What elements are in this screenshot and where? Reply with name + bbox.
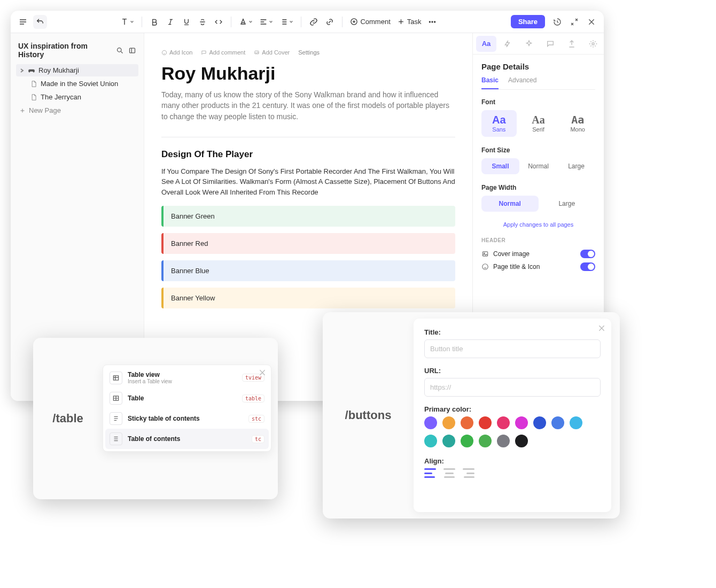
color-swatch[interactable] — [424, 435, 437, 447]
color-swatch[interactable] — [461, 435, 473, 447]
text-style-dropdown[interactable] — [118, 18, 136, 26]
subtab-basic[interactable]: Basic — [481, 76, 499, 89]
sidebar-item-label: The Jerrycan — [41, 93, 81, 101]
bold-button[interactable] — [147, 15, 161, 29]
size-large[interactable]: Large — [557, 158, 595, 174]
plus-icon — [19, 107, 26, 114]
workspace-title: UX inspiration from History — [18, 42, 112, 59]
align-left[interactable] — [424, 468, 436, 478]
task-button[interactable]: Task — [395, 17, 424, 27]
width-normal[interactable]: Normal — [481, 196, 539, 212]
sidebar-item-label: Roy Mukharji — [38, 66, 79, 74]
add-icon-action[interactable]: Add Icon — [161, 49, 192, 56]
button-form: Title: URL: Primary color: Align: — [414, 319, 611, 512]
svg-point-6 — [162, 50, 166, 55]
sidebar-item-soviet[interactable]: Made in the Soviet Union — [16, 78, 138, 90]
font-serif[interactable]: AaSerif — [521, 110, 556, 137]
sidebar-item-jerrycan[interactable]: The Jerrycan — [16, 91, 138, 103]
banner-yellow[interactable]: Banner Yellow — [161, 288, 455, 308]
panel-tab-settings[interactable] — [583, 36, 603, 52]
panel-tab-text[interactable]: Aa — [476, 36, 496, 52]
doc-h2[interactable]: Design Of The Player — [161, 149, 455, 160]
menu-icon[interactable] — [16, 15, 30, 29]
cover-toggle-row: Cover image — [481, 247, 595, 260]
color-swatch[interactable] — [442, 416, 455, 429]
color-swatch[interactable] — [551, 416, 564, 429]
link-button[interactable] — [307, 15, 321, 29]
title-input[interactable] — [424, 339, 601, 358]
code-button[interactable] — [212, 15, 225, 29]
close-icon[interactable] — [597, 324, 606, 332]
doc-actions: Add Icon Add comment Add Cover Settings — [161, 49, 455, 56]
share-button[interactable]: Share — [511, 15, 545, 28]
close-icon[interactable] — [258, 368, 267, 377]
collapse-icon[interactable] — [567, 15, 581, 29]
panel-tab-automation[interactable] — [497, 36, 518, 52]
text-color-dropdown[interactable] — [237, 18, 255, 26]
title-toggle[interactable] — [580, 262, 595, 271]
banner-red[interactable]: Banner Red — [161, 233, 455, 254]
image-icon — [481, 250, 489, 258]
cover-toggle[interactable] — [580, 250, 595, 258]
align-center[interactable] — [443, 468, 455, 478]
more-button[interactable] — [425, 15, 439, 29]
sidebar-item-roy[interactable]: Roy Mukharji — [16, 64, 138, 76]
menu-item-table-view[interactable]: Table viewInsert a Table view tview — [105, 367, 269, 388]
add-comment-action[interactable]: Add comment — [201, 49, 245, 56]
undo-button[interactable] — [33, 15, 47, 29]
title-toggle-row: Page title & Icon — [481, 260, 595, 273]
doc-lead[interactable]: Today, many of us know the story of the … — [161, 89, 450, 122]
color-swatch[interactable] — [479, 435, 492, 447]
color-swatch[interactable] — [461, 416, 473, 429]
panel-toggle-icon[interactable] — [128, 47, 136, 55]
color-swatch[interactable] — [515, 435, 528, 447]
new-page-label: New Page — [29, 106, 61, 114]
history-icon[interactable] — [550, 15, 564, 29]
gamepad-icon — [28, 67, 35, 74]
comment-button[interactable]: Comment — [348, 17, 392, 27]
panel-tab-export[interactable] — [562, 36, 582, 52]
strike-button[interactable] — [196, 15, 209, 29]
color-swatch[interactable] — [497, 435, 510, 447]
subtab-advanced[interactable]: Advanced — [508, 76, 536, 89]
banner-blue[interactable]: Banner Blue — [161, 260, 455, 281]
list-dropdown[interactable] — [277, 18, 295, 26]
menu-item-sticky-toc[interactable]: Sticky table of contents stc — [105, 408, 269, 429]
svg-point-4 — [118, 48, 122, 52]
color-swatch[interactable] — [424, 416, 437, 429]
apply-all-link[interactable]: Apply changes to all pages — [481, 221, 595, 228]
align-dropdown[interactable] — [257, 18, 275, 26]
settings-action[interactable]: Settings — [298, 49, 320, 56]
menu-item-table[interactable]: Table table — [105, 388, 269, 408]
svg-rect-9 — [482, 252, 487, 256]
underline-button[interactable] — [180, 15, 193, 29]
align-right[interactable] — [463, 468, 474, 478]
doc-title[interactable]: Roy Mukharji — [161, 63, 455, 84]
color-swatch[interactable] — [570, 416, 582, 429]
color-swatch[interactable] — [479, 416, 492, 429]
unlink-button[interactable] — [323, 15, 337, 29]
doc-paragraph[interactable]: If You Compare The Design Of Sony's Firs… — [161, 166, 455, 198]
font-label: Font — [481, 98, 595, 106]
panel-tab-ai[interactable] — [519, 36, 539, 52]
search-icon[interactable] — [116, 47, 124, 55]
add-cover-action[interactable]: Add Cover — [254, 49, 290, 56]
size-normal[interactable]: Normal — [519, 158, 557, 174]
banner-green[interactable]: Banner Green — [161, 206, 455, 227]
width-large[interactable]: Large — [539, 196, 596, 212]
new-page-button[interactable]: New Page — [16, 104, 138, 117]
menu-item-toc[interactable]: Table of contents tc — [105, 429, 269, 449]
url-input[interactable] — [424, 378, 601, 397]
close-icon[interactable] — [585, 15, 598, 29]
panel-tab-comments[interactable] — [540, 36, 561, 52]
size-small[interactable]: Small — [481, 158, 519, 174]
slash-menu: Table viewInsert a Table view tview Tabl… — [103, 365, 271, 452]
italic-button[interactable] — [164, 15, 177, 29]
color-swatch[interactable] — [497, 416, 510, 429]
font-sans[interactable]: AaSans — [481, 110, 517, 137]
smile-icon — [481, 263, 489, 270]
font-mono[interactable]: AaMono — [560, 110, 595, 137]
color-swatch[interactable] — [515, 416, 528, 429]
color-swatch[interactable] — [442, 435, 455, 447]
color-swatch[interactable] — [533, 416, 546, 429]
